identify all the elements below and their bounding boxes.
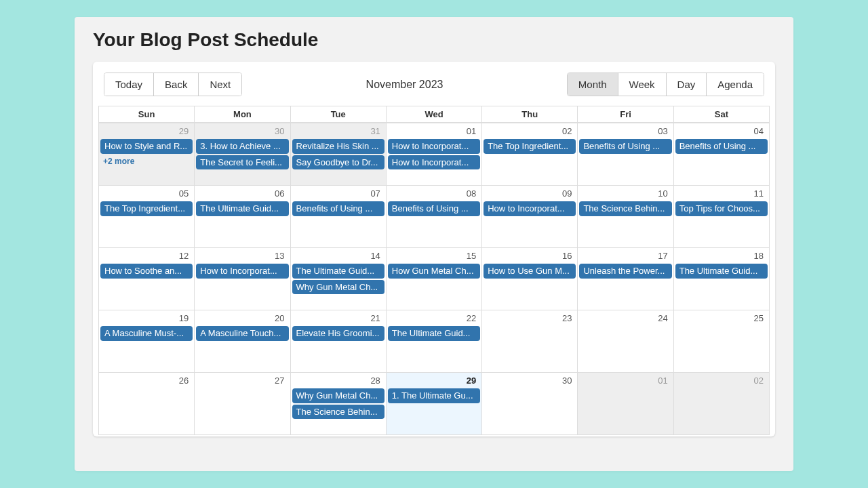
day-cell[interactable]: 291. The Ultimate Gu... [387, 373, 482, 435]
day-cell[interactable]: 20A Masculine Touch... [195, 310, 290, 373]
day-cell[interactable]: 07Benefits of Using ... [291, 186, 387, 248]
day-cell[interactable]: 14The Ultimate Guid...Why Gun Metal Ch..… [291, 248, 387, 310]
day-number: 24 [579, 311, 671, 325]
day-cell[interactable]: 04Benefits of Using ... [674, 123, 770, 186]
calendar-event[interactable]: The Top Ingredient... [100, 201, 193, 216]
calendar-event[interactable]: The Ultimate Guid... [388, 326, 480, 341]
next-button[interactable]: Next [199, 73, 241, 96]
day-number: 23 [484, 311, 576, 325]
calendar-month-label: November 2023 [366, 79, 443, 91]
view-week-button[interactable]: Week [618, 73, 667, 96]
day-header: Tue [291, 106, 387, 123]
day-cell[interactable]: 05The Top Ingredient... [99, 186, 195, 248]
day-cell[interactable]: 23 [482, 310, 578, 373]
calendar-event[interactable]: A Masculine Must-... [100, 326, 193, 341]
calendar-event[interactable]: Top Tips for Choos... [675, 201, 768, 216]
day-number: 17 [579, 249, 671, 262]
day-header: Wed [387, 106, 482, 123]
day-cell[interactable]: 26 [99, 373, 195, 435]
view-button-group: Month Week Day Agenda [567, 73, 764, 96]
day-cell[interactable]: 19A Masculine Must-... [99, 310, 195, 373]
calendar-toolbar: Today Back Next November 2023 Month Week… [98, 67, 770, 106]
calendar-event[interactable]: How to Use Gun M... [484, 264, 576, 279]
day-number: 02 [675, 373, 768, 387]
day-cell[interactable]: 06The Ultimate Guid... [195, 186, 290, 248]
calendar-event[interactable]: How to Soothe an... [100, 264, 193, 279]
calendar-event[interactable]: The Science Behin... [292, 405, 384, 420]
calendar-event[interactable]: 1. The Ultimate Gu... [388, 388, 480, 403]
calendar-event[interactable]: Elevate His Groomi... [292, 326, 384, 341]
back-button[interactable]: Back [154, 73, 199, 96]
day-cell[interactable]: 01How to Incorporat...How to Incorporat.… [387, 123, 482, 186]
calendar-event[interactable]: Say Goodbye to Dr... [292, 155, 384, 170]
day-number: 14 [292, 249, 384, 262]
view-agenda-button[interactable]: Agenda [707, 73, 764, 96]
day-cell[interactable]: 02The Top Ingredient... [482, 123, 578, 186]
day-number: 16 [484, 249, 576, 262]
day-cell[interactable]: 28Why Gun Metal Ch...The Science Behin..… [291, 373, 387, 435]
calendar-event[interactable]: The Top Ingredient... [484, 139, 576, 154]
day-number: 01 [579, 373, 671, 387]
day-header: Fri [578, 106, 673, 123]
day-cell[interactable]: 11Top Tips for Choos... [674, 186, 770, 248]
calendar-event[interactable]: Why Gun Metal Ch... [292, 388, 384, 403]
day-cell[interactable]: 31Revitalize His Skin ...Say Goodbye to … [291, 123, 387, 186]
day-cell[interactable]: 13How to Incorporat... [195, 248, 290, 310]
show-more-link[interactable]: +2 more [100, 155, 193, 167]
calendar-event[interactable]: How to Incorporat... [388, 155, 480, 170]
calendar-event[interactable]: How to Style and R... [100, 139, 193, 154]
calendar-event[interactable]: Revitalize His Skin ... [292, 139, 384, 154]
view-month-button[interactable]: Month [568, 73, 618, 96]
day-cell[interactable]: 27 [195, 373, 290, 435]
calendar-event[interactable]: The Secret to Feeli... [196, 155, 288, 170]
day-number: 29 [100, 124, 193, 138]
calendar-event[interactable]: Benefits of Using ... [292, 201, 384, 216]
calendar-event[interactable]: The Science Behin... [579, 201, 671, 216]
calendar-event[interactable]: How to Incorporat... [196, 264, 288, 279]
day-cell[interactable]: 18The Ultimate Guid... [674, 248, 770, 310]
day-header: Sat [674, 106, 770, 123]
day-number: 05 [100, 186, 193, 200]
day-cell[interactable]: 03Benefits of Using ... [578, 123, 673, 186]
calendar-event[interactable]: A Masculine Touch... [196, 326, 288, 341]
day-number: 06 [196, 186, 288, 200]
day-cell[interactable]: 21Elevate His Groomi... [291, 310, 387, 373]
day-cell[interactable]: 16How to Use Gun M... [482, 248, 578, 310]
day-cell[interactable]: 29How to Style and R...+2 more [99, 123, 195, 186]
day-cell[interactable]: 01 [578, 373, 673, 435]
day-number: 25 [675, 311, 768, 325]
day-cell[interactable]: 30 [482, 373, 578, 435]
view-day-button[interactable]: Day [667, 73, 707, 96]
calendar-event[interactable]: 3. How to Achieve ... [196, 139, 288, 154]
day-cell[interactable]: 25 [674, 310, 770, 373]
calendar-event[interactable]: The Ultimate Guid... [675, 264, 768, 279]
calendar-card: Today Back Next November 2023 Month Week… [93, 62, 775, 436]
day-cell[interactable]: 22The Ultimate Guid... [387, 310, 482, 373]
day-number: 28 [292, 373, 384, 387]
calendar-event[interactable]: Benefits of Using ... [579, 139, 671, 154]
calendar-event[interactable]: How to Incorporat... [484, 201, 576, 216]
day-cell[interactable]: 12How to Soothe an... [99, 248, 195, 310]
day-cell[interactable]: 10The Science Behin... [578, 186, 673, 248]
day-cell[interactable]: 08Benefits of Using ... [387, 186, 482, 248]
calendar-event[interactable]: Unleash the Power... [579, 264, 671, 279]
day-cell[interactable]: 09How to Incorporat... [482, 186, 578, 248]
calendar-event[interactable]: How Gun Metal Ch... [388, 264, 480, 279]
day-number: 30 [196, 124, 288, 138]
calendar-event[interactable]: The Ultimate Guid... [292, 264, 384, 279]
day-cell[interactable]: 303. How to Achieve ...The Secret to Fee… [195, 123, 290, 186]
day-number: 31 [292, 124, 384, 138]
day-cell[interactable]: 15How Gun Metal Ch... [387, 248, 482, 310]
day-cell[interactable]: 17Unleash the Power... [578, 248, 673, 310]
day-number: 13 [196, 249, 288, 262]
calendar-event[interactable]: The Ultimate Guid... [196, 201, 288, 216]
day-cell[interactable]: 24 [578, 310, 673, 373]
calendar-event[interactable]: Benefits of Using ... [388, 201, 480, 216]
calendar-event[interactable]: Why Gun Metal Ch... [292, 280, 384, 295]
day-number: 18 [675, 249, 768, 262]
calendar-event[interactable]: How to Incorporat... [388, 139, 480, 154]
day-number: 21 [292, 311, 384, 325]
calendar-event[interactable]: Benefits of Using ... [675, 139, 768, 154]
day-cell[interactable]: 02 [674, 373, 770, 435]
today-button[interactable]: Today [104, 73, 154, 96]
